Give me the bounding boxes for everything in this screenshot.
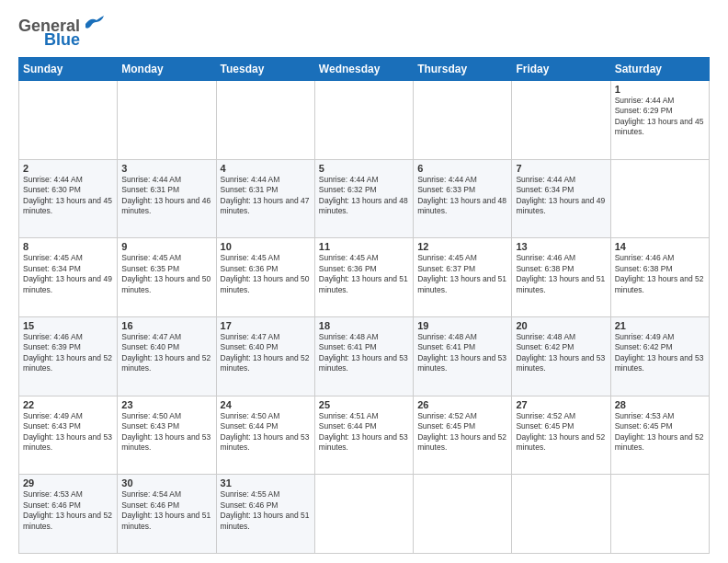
day-cell: 25Sunrise: 4:51 AM Sunset: 6:44 PM Dayli… xyxy=(314,396,413,475)
day-cell xyxy=(414,475,512,554)
day-cell xyxy=(19,81,118,160)
day-number: 10 xyxy=(221,241,311,252)
day-cell: 6Sunrise: 4:44 AM Sunset: 6:33 PM Daylig… xyxy=(414,159,512,238)
day-cell: 8Sunrise: 4:45 AM Sunset: 6:34 PM Daylig… xyxy=(19,238,118,317)
day-info: Sunrise: 4:52 AM Sunset: 6:45 PM Dayligh… xyxy=(417,411,507,454)
day-cell: 24Sunrise: 4:50 AM Sunset: 6:44 PM Dayli… xyxy=(216,396,314,475)
day-info: Sunrise: 4:51 AM Sunset: 6:44 PM Dayligh… xyxy=(319,411,409,454)
week-row-1: 1Sunrise: 4:44 AM Sunset: 6:29 PM Daylig… xyxy=(19,81,710,160)
day-cell: 28Sunrise: 4:53 AM Sunset: 6:45 PM Dayli… xyxy=(610,396,709,475)
day-number: 19 xyxy=(417,320,507,331)
day-info: Sunrise: 4:47 AM Sunset: 6:40 PM Dayligh… xyxy=(121,332,211,374)
day-number: 30 xyxy=(121,477,211,488)
day-cell xyxy=(414,81,512,160)
day-number: 7 xyxy=(516,163,606,174)
day-info: Sunrise: 4:45 AM Sunset: 6:36 PM Dayligh… xyxy=(319,253,409,295)
day-info: Sunrise: 4:45 AM Sunset: 6:37 PM Dayligh… xyxy=(417,253,507,295)
day-info: Sunrise: 4:50 AM Sunset: 6:44 PM Dayligh… xyxy=(221,411,311,454)
day-cell xyxy=(216,81,314,160)
day-cell xyxy=(610,159,709,238)
week-row-3: 8Sunrise: 4:45 AM Sunset: 6:34 PM Daylig… xyxy=(19,238,710,317)
day-info: Sunrise: 4:44 AM Sunset: 6:31 PM Dayligh… xyxy=(221,175,311,217)
day-info: Sunrise: 4:55 AM Sunset: 6:46 PM Dayligh… xyxy=(221,489,311,532)
weekday-header-row: SundayMondayTuesdayWednesdayThursdayFrid… xyxy=(19,58,710,81)
day-number: 25 xyxy=(319,399,409,410)
day-cell: 21Sunrise: 4:49 AM Sunset: 6:42 PM Dayli… xyxy=(610,316,709,396)
day-number: 1 xyxy=(615,84,705,95)
weekday-header-tuesday: Tuesday xyxy=(216,58,314,81)
week-row-5: 22Sunrise: 4:49 AM Sunset: 6:43 PM Dayli… xyxy=(19,396,710,475)
day-cell: 10Sunrise: 4:45 AM Sunset: 6:36 PM Dayli… xyxy=(216,238,314,317)
day-cell: 23Sunrise: 4:50 AM Sunset: 6:43 PM Dayli… xyxy=(118,396,216,475)
day-number: 26 xyxy=(417,399,507,410)
day-info: Sunrise: 4:49 AM Sunset: 6:43 PM Dayligh… xyxy=(23,411,113,454)
day-info: Sunrise: 4:45 AM Sunset: 6:35 PM Dayligh… xyxy=(121,253,211,295)
day-number: 18 xyxy=(319,320,409,331)
weekday-header-thursday: Thursday xyxy=(414,58,512,81)
day-info: Sunrise: 4:49 AM Sunset: 6:42 PM Dayligh… xyxy=(615,332,705,374)
day-cell: 5Sunrise: 4:44 AM Sunset: 6:32 PM Daylig… xyxy=(314,159,413,238)
day-number: 22 xyxy=(23,399,113,410)
day-info: Sunrise: 4:48 AM Sunset: 6:42 PM Dayligh… xyxy=(516,332,606,374)
day-cell: 27Sunrise: 4:52 AM Sunset: 6:45 PM Dayli… xyxy=(512,396,610,475)
day-info: Sunrise: 4:46 AM Sunset: 6:39 PM Dayligh… xyxy=(23,332,113,374)
day-cell: 17Sunrise: 4:47 AM Sunset: 6:40 PM Dayli… xyxy=(216,316,314,396)
day-cell: 9Sunrise: 4:45 AM Sunset: 6:35 PM Daylig… xyxy=(118,238,216,317)
week-row-2: 2Sunrise: 4:44 AM Sunset: 6:30 PM Daylig… xyxy=(19,159,710,238)
day-info: Sunrise: 4:45 AM Sunset: 6:36 PM Dayligh… xyxy=(221,253,311,295)
page: General Blue SundayMondayTuesdayWednesda… xyxy=(0,0,728,563)
day-info: Sunrise: 4:44 AM Sunset: 6:34 PM Dayligh… xyxy=(516,175,606,217)
logo: General Blue xyxy=(18,17,104,50)
day-info: Sunrise: 4:46 AM Sunset: 6:38 PM Dayligh… xyxy=(615,253,705,295)
weekday-header-saturday: Saturday xyxy=(610,58,709,81)
day-info: Sunrise: 4:53 AM Sunset: 6:45 PM Dayligh… xyxy=(615,411,705,454)
day-number: 31 xyxy=(221,477,311,488)
day-cell: 14Sunrise: 4:46 AM Sunset: 6:38 PM Dayli… xyxy=(610,238,709,317)
day-cell: 22Sunrise: 4:49 AM Sunset: 6:43 PM Dayli… xyxy=(19,396,118,475)
day-info: Sunrise: 4:44 AM Sunset: 6:32 PM Dayligh… xyxy=(319,175,409,217)
day-info: Sunrise: 4:45 AM Sunset: 6:34 PM Dayligh… xyxy=(23,253,113,295)
day-cell: 30Sunrise: 4:54 AM Sunset: 6:46 PM Dayli… xyxy=(118,475,216,554)
week-row-4: 15Sunrise: 4:46 AM Sunset: 6:39 PM Dayli… xyxy=(19,316,710,396)
logo-bird-icon xyxy=(84,15,104,31)
day-cell: 18Sunrise: 4:48 AM Sunset: 6:41 PM Dayli… xyxy=(314,316,413,396)
day-number: 28 xyxy=(615,399,705,410)
day-cell: 15Sunrise: 4:46 AM Sunset: 6:39 PM Dayli… xyxy=(19,316,118,396)
day-cell: 26Sunrise: 4:52 AM Sunset: 6:45 PM Dayli… xyxy=(414,396,512,475)
header: General Blue xyxy=(18,17,710,50)
day-number: 6 xyxy=(417,163,507,174)
day-info: Sunrise: 4:53 AM Sunset: 6:46 PM Dayligh… xyxy=(23,489,113,532)
day-number: 21 xyxy=(615,320,705,331)
day-number: 15 xyxy=(23,320,113,331)
day-number: 24 xyxy=(221,399,311,410)
day-number: 9 xyxy=(121,241,211,252)
day-cell: 3Sunrise: 4:44 AM Sunset: 6:31 PM Daylig… xyxy=(118,159,216,238)
day-info: Sunrise: 4:48 AM Sunset: 6:41 PM Dayligh… xyxy=(417,332,507,374)
day-number: 12 xyxy=(417,241,507,252)
day-number: 17 xyxy=(221,320,311,331)
day-number: 8 xyxy=(23,241,113,252)
day-info: Sunrise: 4:44 AM Sunset: 6:31 PM Dayligh… xyxy=(121,175,211,217)
day-number: 29 xyxy=(23,477,113,488)
weekday-header-friday: Friday xyxy=(512,58,610,81)
day-info: Sunrise: 4:44 AM Sunset: 6:30 PM Dayligh… xyxy=(23,175,113,217)
day-cell xyxy=(118,81,216,160)
day-cell: 13Sunrise: 4:46 AM Sunset: 6:38 PM Dayli… xyxy=(512,238,610,317)
day-number: 14 xyxy=(615,241,705,252)
day-info: Sunrise: 4:44 AM Sunset: 6:29 PM Dayligh… xyxy=(615,96,705,138)
day-cell: 20Sunrise: 4:48 AM Sunset: 6:42 PM Dayli… xyxy=(512,316,610,396)
day-cell: 12Sunrise: 4:45 AM Sunset: 6:37 PM Dayli… xyxy=(414,238,512,317)
day-cell xyxy=(314,475,413,554)
day-number: 20 xyxy=(516,320,606,331)
day-cell xyxy=(314,81,413,160)
day-cell: 19Sunrise: 4:48 AM Sunset: 6:41 PM Dayli… xyxy=(414,316,512,396)
day-cell: 4Sunrise: 4:44 AM Sunset: 6:31 PM Daylig… xyxy=(216,159,314,238)
week-row-6: 29Sunrise: 4:53 AM Sunset: 6:46 PM Dayli… xyxy=(19,475,710,554)
day-number: 5 xyxy=(319,163,409,174)
day-cell: 31Sunrise: 4:55 AM Sunset: 6:46 PM Dayli… xyxy=(216,475,314,554)
day-info: Sunrise: 4:54 AM Sunset: 6:46 PM Dayligh… xyxy=(121,489,211,532)
day-cell: 29Sunrise: 4:53 AM Sunset: 6:46 PM Dayli… xyxy=(19,475,118,554)
day-number: 27 xyxy=(516,399,606,410)
day-number: 11 xyxy=(319,241,409,252)
logo-blue: Blue xyxy=(44,30,80,50)
